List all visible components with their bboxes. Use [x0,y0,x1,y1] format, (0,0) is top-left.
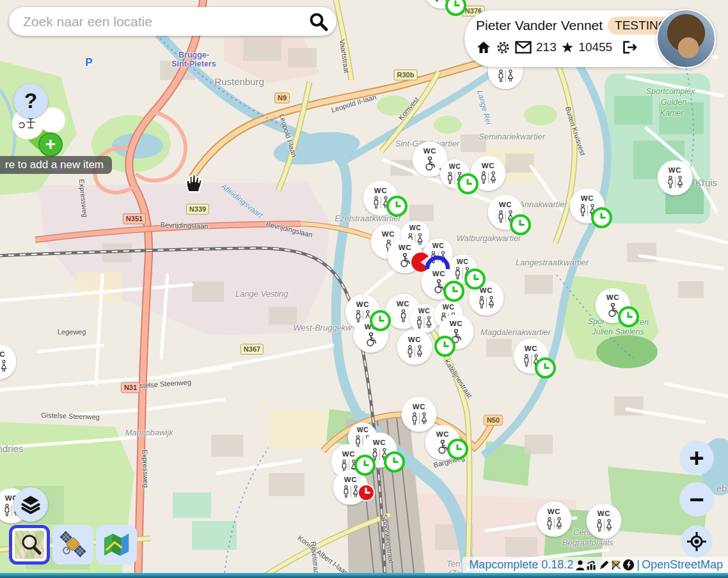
osm-carto-thumbnail [15,531,44,559]
messages-count: 213 [536,40,557,54]
messages-icon[interactable] [515,41,532,54]
opening-hours-badge-green [535,357,556,379]
home-icon[interactable] [476,40,491,55]
openstreetmap-link[interactable]: OpenStreetMap [642,558,723,572]
opening-hours-badge-green [370,310,391,331]
zoom-in-label: + [689,445,704,471]
help-label: ? [24,89,37,113]
recent-edits-icon [598,559,610,571]
opening-hours-badge-green [464,269,486,290]
zoom-out-button[interactable]: − [679,482,714,517]
statistics-icon [586,559,597,571]
search-icon[interactable] [308,11,329,32]
background-layer-switcher [9,525,137,565]
opening-hours-badge-green [384,451,405,473]
opening-hours-badge-green [591,207,612,228]
folded-map-icon [102,531,131,559]
star-icon: ★ [561,40,574,55]
toilet-marker[interactable]: WC [402,397,437,432]
opening-hours-badge-green [510,214,531,235]
magnifier-icon [17,532,43,558]
opening-hours-badge-green [354,455,376,476]
geolocate-button[interactable] [681,526,713,558]
mapcomplete-app: Brugge-Sint-PietersRustenburgPVaartstraa… [0,0,728,578]
add-item-tooltip: re to add a new item [0,156,112,174]
gear-icon[interactable] [496,40,510,55]
toilet-marker[interactable]: WC [537,502,572,537]
opening-hours-badge-green [434,336,455,357]
user-avatar[interactable] [656,9,716,68]
opening-hours-badge-green [447,439,468,460]
opening-hours-badge-green [386,196,408,217]
opening-hours-badge-red [358,484,375,501]
hand-cursor-icon [181,171,205,197]
opening-hours-badge-green [443,281,464,302]
opening-hours-badge-green [457,173,479,194]
zoom-in-button[interactable]: + [679,441,714,475]
user-name: Pieter Vander Vennet [476,18,603,33]
attribution-icons [575,559,635,571]
background-satellite-button[interactable] [52,525,93,565]
layers-icon [19,492,43,517]
mapcomplete-version-link[interactable]: Mapcomplete 0.18.2 [469,558,573,572]
location-search-bar [9,7,336,36]
satellite-icon [58,530,88,559]
zoom-out-label: − [689,487,704,512]
logout-icon[interactable] [621,40,637,55]
layers-button[interactable] [13,487,48,522]
geolocate-icon [686,531,708,552]
community-icon [622,559,635,571]
flag-icon [610,559,622,571]
search-input[interactable] [22,13,308,30]
background-osmfr-button[interactable] [96,525,137,565]
changesets-count: 10455 [578,40,612,54]
toilet-marker[interactable]: WC [397,330,432,365]
bottom-accent-bar [0,573,728,578]
opening-hours-badge-green [618,306,639,327]
background-map-button[interactable] [9,525,50,565]
toilet-marker[interactable]: WC [587,504,622,539]
attribution-separator: | [637,558,640,572]
plus-icon: + [45,134,56,154]
contributors-icon [575,559,585,571]
toilet-marker[interactable]: WC [658,160,693,196]
attribution-bar: Mapcomplete 0.18.2 | O [463,557,728,573]
help-button[interactable]: ? [13,84,48,118]
toilet-marker[interactable]: WC [388,238,423,274]
